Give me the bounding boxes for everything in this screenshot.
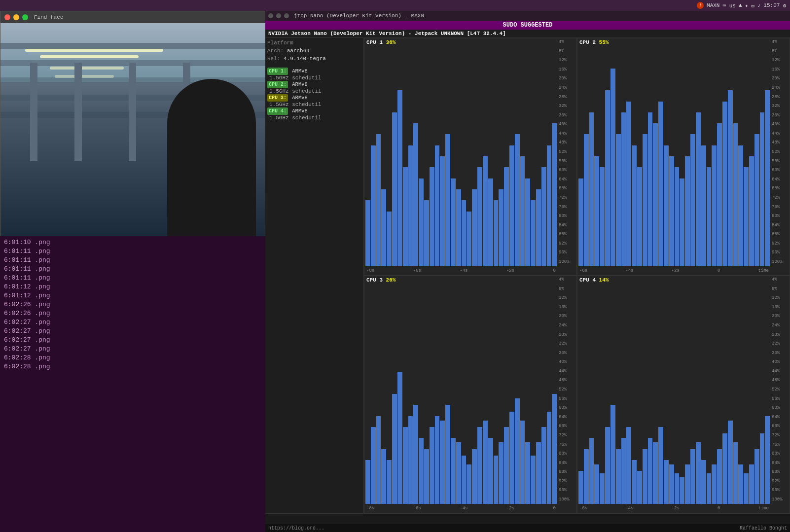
bar-4-6: [610, 405, 615, 504]
bar-1-8: [408, 145, 413, 266]
bar-1-3: [381, 189, 386, 266]
terminal-line: 6:01:11 .png: [4, 247, 261, 256]
bar-3-13: [435, 416, 440, 504]
bar-1-10: [419, 178, 424, 266]
bar-2-16: [664, 145, 669, 266]
bar-4-26: [717, 449, 722, 504]
terminal-line: 6:01:12 .png: [4, 291, 261, 300]
terminal-line: 6:02:27 .png: [4, 336, 261, 345]
bar-1-13: [435, 145, 440, 266]
jtop-tabbar[interactable]: [265, 513, 790, 524]
rel-val: 4.9.140-tegra: [284, 56, 326, 62]
bar-3-3: [381, 449, 386, 504]
bar-1-23: [488, 178, 493, 266]
bar-4-34: [760, 433, 765, 504]
bar-1-14: [440, 156, 445, 266]
bar-3-17: [456, 442, 461, 504]
bar-2-8: [621, 112, 626, 266]
bar-3-33: [541, 427, 546, 504]
cpu-percent-4: 14%: [599, 277, 609, 283]
bar-4-29: [733, 442, 738, 504]
y-axis-1: 100%96%92%88%84%80%76%72%68%64%60%56%52%…: [558, 38, 576, 265]
cpu-freq-4: 1.5GHz schedutil: [267, 115, 361, 121]
bar-4-21: [690, 449, 695, 504]
pillar-1: [30, 63, 37, 161]
bar-3-7: [403, 427, 408, 504]
bar-3-29: [520, 421, 525, 504]
bar-1-4: [387, 212, 392, 267]
terminal-output: 6:01:10 .png6:01:11 .png6:01:11 .png6:01…: [0, 236, 265, 532]
bar-2-24: [707, 167, 712, 266]
bar-2-22: [696, 112, 701, 266]
bar-3-12: [430, 427, 434, 504]
bar-4-8: [621, 438, 626, 504]
bar-1-11: [424, 200, 429, 266]
bar-2-13: [648, 112, 653, 266]
bar-1-12: [430, 167, 434, 266]
cpu-badge-2: CPU 2:: [267, 81, 288, 88]
bar-3-21: [477, 427, 482, 504]
jtop-min-btn[interactable]: [276, 13, 281, 18]
bar-1-34: [547, 145, 552, 266]
cpu-arch-2: ARMv8: [289, 81, 308, 87]
bar-2-2: [589, 112, 594, 266]
cpu-freq-3: 1.5GHz schedutil: [267, 102, 361, 107]
menubar-settings[interactable]: ⚙: [783, 2, 786, 9]
bar-4-22: [696, 442, 701, 504]
cpu-chart-2: CPU 2 55%100%96%92%88%84%80%76%72%68%64%…: [577, 38, 790, 276]
bar-4-13: [648, 438, 653, 504]
bar-3-11: [424, 449, 429, 504]
bar-1-25: [499, 189, 503, 266]
bar-3-27: [509, 412, 514, 504]
terminal-line: 6:01:10 .png: [4, 238, 261, 247]
close-button[interactable]: [4, 14, 10, 20]
bar-2-29: [733, 123, 738, 266]
bar-1-21: [477, 167, 482, 266]
light-3: [50, 67, 124, 70]
bar-2-5: [605, 90, 610, 266]
terminal-line: 6:02:28 .png: [4, 354, 261, 362]
bar-4-1: [584, 449, 589, 504]
maximize-button[interactable]: [22, 14, 28, 20]
bar-4-33: [754, 449, 759, 504]
arch-key: Arch:: [267, 48, 284, 54]
bar-4-16: [664, 460, 669, 504]
bar-2-1: [584, 134, 589, 266]
bar-1-24: [494, 200, 499, 266]
cpu-badge-3: CPU 3:: [267, 94, 288, 102]
bar-4-24: [707, 473, 712, 504]
bar-2-17: [669, 156, 674, 266]
bar-2-25: [712, 145, 717, 266]
x-axis-1: -8s-6s-4s-2s0: [364, 266, 558, 275]
footer-left: https://blog.ord...: [268, 526, 324, 531]
bar-3-16: [451, 438, 456, 504]
cpu-chart-4: CPU 4 14%100%96%92%88%84%80%76%72%68%64%…: [577, 276, 790, 513]
cpu-info-row-4: CPU 4: ARMv8: [267, 107, 361, 115]
bar-3-15: [445, 405, 450, 504]
terminal-line: 6:02:27 .png: [4, 318, 261, 327]
terminal-line: 6:01:11 .png: [4, 256, 261, 265]
x-axis-4: -6s-4s-2s0time: [577, 504, 771, 513]
menubar-mail: ✉: [751, 2, 754, 9]
person-silhouette: [167, 79, 256, 237]
arch-val: aarch64: [287, 48, 310, 54]
jtop-max-btn[interactable]: [284, 13, 289, 18]
cpu-freq-1: 1.5GHz schedutil: [267, 75, 361, 81]
cpu-freq-2: 1.5GHz schedutil: [267, 88, 361, 94]
terminal-line: 6:02:26 .png: [4, 309, 261, 318]
platform-label: Platform: [267, 40, 361, 46]
bar-4-15: [658, 427, 663, 504]
bar-3-5: [392, 394, 397, 504]
bar-3-9: [413, 405, 418, 504]
menubar-maxn: MAXN: [707, 2, 719, 8]
bar-1-28: [515, 134, 520, 266]
jtop-close-btn[interactable]: [268, 13, 273, 18]
bar-1-20: [472, 189, 477, 266]
minimize-button[interactable]: [13, 14, 19, 20]
x-axis-3: -8s-6s-4s-2s0: [364, 504, 558, 513]
bar-2-9: [626, 102, 631, 267]
pillar-3: [129, 63, 136, 161]
bar-2-31: [744, 167, 749, 266]
jtop-info-panel: Platform Arch: aarch64 Rel: 4.9.140-tegr…: [265, 38, 364, 513]
bar-3-4: [387, 460, 392, 504]
